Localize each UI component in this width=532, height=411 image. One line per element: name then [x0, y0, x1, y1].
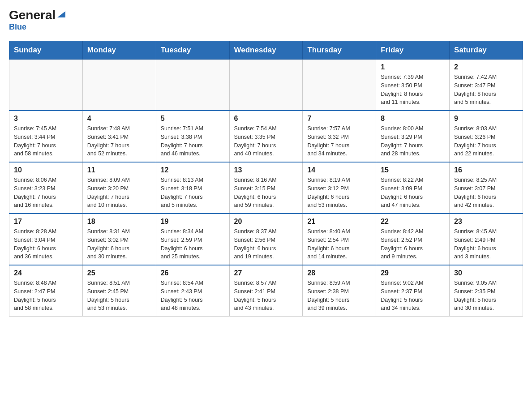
day-info: Sunrise: 8:13 AMSunset: 3:18 PMDaylight:… [161, 176, 225, 210]
day-number: 13 [234, 166, 298, 174]
logo-general: General [9, 9, 56, 21]
day-number: 30 [454, 269, 518, 277]
day-number: 25 [87, 269, 151, 277]
calendar-cell: 6Sunrise: 7:54 AMSunset: 3:35 PMDaylight… [229, 111, 303, 162]
calendar-week-3: 10Sunrise: 8:06 AMSunset: 3:23 PMDayligh… [9, 162, 523, 214]
logo-blue: Blue [9, 22, 26, 32]
day-number: 24 [14, 269, 78, 277]
day-number: 12 [161, 166, 225, 174]
calendar-cell: 14Sunrise: 8:19 AMSunset: 3:12 PMDayligh… [303, 162, 376, 214]
day-info: Sunrise: 8:00 AMSunset: 3:29 PMDaylight:… [381, 124, 445, 158]
calendar-cell: 28Sunrise: 8:59 AMSunset: 2:38 PMDayligh… [303, 265, 376, 317]
calendar-cell: 22Sunrise: 8:42 AMSunset: 2:52 PMDayligh… [376, 214, 450, 265]
header-saturday: Saturday [450, 41, 523, 60]
calendar-cell: 17Sunrise: 8:28 AMSunset: 3:04 PMDayligh… [9, 214, 83, 265]
day-number: 18 [87, 218, 151, 226]
calendar-cell: 30Sunrise: 9:05 AMSunset: 2:35 PMDayligh… [450, 265, 523, 317]
day-number: 20 [234, 218, 298, 226]
day-info: Sunrise: 7:45 AMSunset: 3:44 PMDaylight:… [14, 124, 78, 158]
day-info: Sunrise: 8:03 AMSunset: 3:26 PMDaylight:… [454, 124, 518, 158]
day-info: Sunrise: 8:48 AMSunset: 2:47 PMDaylight:… [14, 279, 78, 313]
calendar-cell: 24Sunrise: 8:48 AMSunset: 2:47 PMDayligh… [9, 265, 83, 317]
day-number: 17 [14, 218, 78, 226]
calendar-cell: 18Sunrise: 8:31 AMSunset: 3:02 PMDayligh… [82, 214, 156, 265]
day-info: Sunrise: 8:09 AMSunset: 3:20 PMDaylight:… [87, 176, 151, 210]
calendar-cell: 4Sunrise: 7:48 AMSunset: 3:41 PMDaylight… [82, 111, 156, 162]
day-number: 3 [14, 115, 78, 123]
calendar-cell: 16Sunrise: 8:25 AMSunset: 3:07 PMDayligh… [450, 162, 523, 214]
calendar-cell: 13Sunrise: 8:16 AMSunset: 3:15 PMDayligh… [229, 162, 303, 214]
calendar-cell: 15Sunrise: 8:22 AMSunset: 3:09 PMDayligh… [376, 162, 450, 214]
header-wednesday: Wednesday [229, 41, 303, 60]
header-friday: Friday [376, 41, 450, 60]
calendar-cell [156, 60, 229, 111]
header-sunday: Sunday [9, 41, 83, 60]
logo-icon [56, 9, 66, 19]
calendar-cell [229, 60, 303, 111]
calendar-cell: 7Sunrise: 7:57 AMSunset: 3:32 PMDaylight… [303, 111, 376, 162]
calendar-cell: 19Sunrise: 8:34 AMSunset: 2:59 PMDayligh… [156, 214, 229, 265]
day-number: 19 [161, 218, 225, 226]
day-info: Sunrise: 8:22 AMSunset: 3:09 PMDaylight:… [381, 176, 445, 210]
day-number: 11 [87, 166, 151, 174]
day-info: Sunrise: 8:25 AMSunset: 3:07 PMDaylight:… [454, 176, 518, 210]
day-info: Sunrise: 7:54 AMSunset: 3:35 PMDaylight:… [234, 124, 298, 158]
calendar-cell [303, 60, 376, 111]
calendar-cell [82, 60, 156, 111]
calendar-cell: 25Sunrise: 8:51 AMSunset: 2:45 PMDayligh… [82, 265, 156, 317]
calendar-cell: 26Sunrise: 8:54 AMSunset: 2:43 PMDayligh… [156, 265, 229, 317]
calendar-cell: 2Sunrise: 7:42 AMSunset: 3:47 PMDaylight… [450, 60, 523, 111]
calendar-cell: 10Sunrise: 8:06 AMSunset: 3:23 PMDayligh… [9, 162, 83, 214]
day-info: Sunrise: 8:42 AMSunset: 2:52 PMDaylight:… [381, 227, 445, 261]
day-number: 15 [381, 166, 445, 174]
day-number: 28 [307, 269, 371, 277]
day-number: 1 [381, 63, 445, 71]
header-monday: Monday [82, 41, 156, 60]
calendar-header-row: SundayMondayTuesdayWednesdayThursdayFrid… [9, 41, 523, 60]
day-number: 7 [307, 115, 371, 123]
day-info: Sunrise: 8:28 AMSunset: 3:04 PMDaylight:… [14, 227, 78, 261]
day-info: Sunrise: 8:34 AMSunset: 2:59 PMDaylight:… [161, 227, 225, 261]
calendar-cell: 3Sunrise: 7:45 AMSunset: 3:44 PMDaylight… [9, 111, 83, 162]
calendar-cell: 9Sunrise: 8:03 AMSunset: 3:26 PMDaylight… [450, 111, 523, 162]
calendar-week-2: 3Sunrise: 7:45 AMSunset: 3:44 PMDaylight… [9, 111, 523, 162]
day-info: Sunrise: 7:39 AMSunset: 3:50 PMDaylight:… [381, 73, 445, 107]
calendar-cell: 1Sunrise: 7:39 AMSunset: 3:50 PMDaylight… [376, 60, 450, 111]
day-number: 27 [234, 269, 298, 277]
day-info: Sunrise: 7:48 AMSunset: 3:41 PMDaylight:… [87, 124, 151, 158]
header: General Blue [9, 9, 523, 32]
day-number: 4 [87, 115, 151, 123]
day-info: Sunrise: 8:16 AMSunset: 3:15 PMDaylight:… [234, 176, 298, 210]
day-number: 5 [161, 115, 225, 123]
logo: General Blue [9, 9, 66, 32]
calendar-cell: 29Sunrise: 9:02 AMSunset: 2:37 PMDayligh… [376, 265, 450, 317]
calendar-cell: 23Sunrise: 8:45 AMSunset: 2:49 PMDayligh… [450, 214, 523, 265]
calendar-cell: 11Sunrise: 8:09 AMSunset: 3:20 PMDayligh… [82, 162, 156, 214]
day-number: 6 [234, 115, 298, 123]
day-number: 21 [307, 218, 371, 226]
day-info: Sunrise: 8:51 AMSunset: 2:45 PMDaylight:… [87, 279, 151, 313]
day-number: 26 [161, 269, 225, 277]
calendar-cell [9, 60, 83, 111]
day-number: 16 [454, 166, 518, 174]
day-info: Sunrise: 8:57 AMSunset: 2:41 PMDaylight:… [234, 279, 298, 313]
calendar-cell: 21Sunrise: 8:40 AMSunset: 2:54 PMDayligh… [303, 214, 376, 265]
header-thursday: Thursday [303, 41, 376, 60]
calendar-cell: 8Sunrise: 8:00 AMSunset: 3:29 PMDaylight… [376, 111, 450, 162]
day-number: 9 [454, 115, 518, 123]
day-info: Sunrise: 8:40 AMSunset: 2:54 PMDaylight:… [307, 227, 371, 261]
day-number: 14 [307, 166, 371, 174]
day-info: Sunrise: 8:06 AMSunset: 3:23 PMDaylight:… [14, 176, 78, 210]
day-info: Sunrise: 8:59 AMSunset: 2:38 PMDaylight:… [307, 279, 371, 313]
day-info: Sunrise: 7:57 AMSunset: 3:32 PMDaylight:… [307, 124, 371, 158]
calendar-cell: 5Sunrise: 7:51 AMSunset: 3:38 PMDaylight… [156, 111, 229, 162]
day-number: 23 [454, 218, 518, 226]
day-info: Sunrise: 8:45 AMSunset: 2:49 PMDaylight:… [454, 227, 518, 261]
day-info: Sunrise: 9:02 AMSunset: 2:37 PMDaylight:… [381, 279, 445, 313]
day-info: Sunrise: 8:19 AMSunset: 3:12 PMDaylight:… [307, 176, 371, 210]
day-number: 29 [381, 269, 445, 277]
calendar-week-4: 17Sunrise: 8:28 AMSunset: 3:04 PMDayligh… [9, 214, 523, 265]
day-number: 10 [14, 166, 78, 174]
day-number: 22 [381, 218, 445, 226]
day-number: 8 [381, 115, 445, 123]
